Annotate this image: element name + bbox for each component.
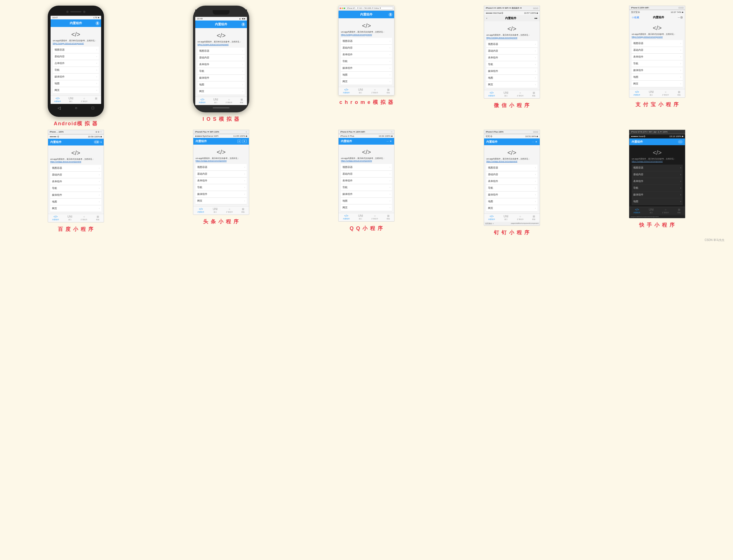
tab-item[interactable]: ⊞模板 [387,214,390,220]
tab-item[interactable]: UNI接口 [649,208,654,214]
menu-item[interactable]: 表单组件› [50,178,101,185]
tab-item[interactable]: ○扩展组件 [226,208,233,213]
tab-item[interactable]: ○扩展组件 [226,98,232,104]
alipay-icons[interactable]: ··· ⊡ [678,16,683,19]
menu-item[interactable]: 网页› [195,198,247,204]
menu-item[interactable]: 地图› [632,74,683,81]
tab-item[interactable]: </>内置组件 [197,208,204,213]
menu-item[interactable]: 导航› [197,68,245,75]
menu-item[interactable]: 基础内容› [53,53,99,60]
tab-item[interactable]: ○扩展组件 [372,214,378,220]
menu-item[interactable]: 媒体组件› [195,191,247,198]
menu-item[interactable]: 表单组件› [632,178,683,185]
menu-item[interactable]: 地图› [53,80,99,87]
menu-item[interactable]: 网页› [53,87,99,94]
tab-item[interactable]: ⊞模板 [240,98,243,104]
menu-item[interactable]: 地图› [486,75,538,81]
tab-item[interactable]: UNI接口 [213,208,217,213]
tab-item[interactable]: ○扩展组件 [372,88,378,94]
android-recent-btn[interactable]: □ [92,106,94,110]
toutiao-close-icon[interactable]: ✕ [242,140,247,143]
alipay-collect[interactable]: ☆收藏 [632,16,639,19]
tab-item[interactable]: </>内置组件 [343,214,350,220]
menu-item[interactable]: 网页› [341,78,392,85]
tab-item[interactable]: UNI接口 [504,215,508,221]
tab-item[interactable]: UNI接口 [213,98,218,104]
menu-item[interactable]: 网页› [486,81,538,88]
menu-item[interactable]: 表单组件› [486,178,538,185]
tab-item[interactable]: ⊞ [95,97,97,103]
menu-item[interactable]: 表单组件› [341,51,392,58]
menu-item[interactable]: 基础内容› [50,172,101,178]
tab-item[interactable]: </>内置组件 [634,208,640,214]
tab-item[interactable]: UNI接口 [67,215,72,221]
toutiao-menu-icon[interactable]: ≡ [237,140,241,143]
menu-item[interactable]: 地图› [632,198,683,205]
menu-item[interactable]: 视图容器› [197,48,245,54]
menu-item[interactable]: 视图容器› [632,165,683,171]
qq-close-icon[interactable]: ✕ [390,140,392,143]
tab-item[interactable]: ○扩展组件 [662,90,669,96]
tab-item[interactable]: ⊞模板 [387,88,390,94]
menu-item[interactable]: 网页› [486,205,538,212]
dingtalk-close-icon[interactable]: ✕ [535,140,538,143]
android-info-icon[interactable]: ℹ [95,21,99,25]
menu-item[interactable]: 媒体组件› [197,75,245,81]
tab-item[interactable]: ⊞模板 [532,91,536,97]
chrome-dot-yellow[interactable] [341,8,343,9]
chrome-dot-red[interactable] [340,8,341,9]
menu-item[interactable]: 基础内容› [197,54,245,61]
menu-item[interactable]: 表单组件› [632,54,683,60]
menu-item[interactable]: 媒体组件› [632,192,683,198]
tab-item[interactable]: ⊞模板 [677,208,681,214]
menu-item[interactable]: 导航› [486,185,538,192]
menu-item[interactable]: 导航› [632,60,683,67]
tab-item[interactable]: </>内置组件 [488,91,495,97]
menu-item[interactable]: 导航› [50,185,101,192]
tab-item[interactable]: </>内置组件 [488,215,495,221]
menu-item[interactable]: 媒体组件› [486,68,538,75]
menu-item[interactable]: 导航› [632,185,683,192]
tab-item[interactable]: ○扩展组件 [81,97,88,103]
chrome-info-icon[interactable]: ℹ [389,13,393,17]
tab-item[interactable]: ○扩展组件 [517,215,524,221]
menu-item[interactable]: 网页› [197,88,245,95]
menu-item[interactable]: 导航› [486,61,538,68]
menu-item[interactable]: 基础内容› [486,48,538,54]
tab-item[interactable]: </>内置组件 [634,90,640,96]
menu-item[interactable]: 基础内容› [195,171,247,177]
menu-item[interactable]: 网页› [632,81,683,87]
alipay-link[interactable]: https://uniapp.dcloud.io/component/ [632,36,663,38]
menu-item[interactable]: 基础内容› [341,171,392,177]
menu-item[interactable]: 网页› [50,205,101,212]
wechat-more-icon[interactable]: ●● [534,17,538,20]
tab-item[interactable]: UNI接口 [649,90,654,96]
wechat-back-icon[interactable]: ‹ [486,17,487,20]
baidu-toggle[interactable]: ○ ● [94,140,99,144]
tab-item[interactable]: ○扩展组件 [517,91,524,97]
qq-link[interactable]: https://uniapp.dcloud.io/component/ [341,160,372,162]
android-home-btn[interactable]: ○ [75,106,77,110]
tab-item[interactable]: ○扩展组件 [81,215,87,221]
menu-item[interactable]: 视图容器› [53,47,99,53]
menu-item[interactable]: 表单组件› [197,61,245,68]
menu-item[interactable]: 导航› [341,184,392,191]
tab-item[interactable]: ○扩展组件 [662,208,669,214]
menu-item[interactable]: 基础内容› [632,171,683,178]
kwai-link[interactable]: https://uniapp.dcloud.io/component/ [632,160,663,162]
menu-item[interactable]: 导航› [195,184,247,191]
menu-item[interactable]: 地图› [486,198,538,205]
tab-item[interactable]: ⊞模板 [96,215,99,221]
menu-item[interactable]: 导航› [341,58,392,65]
menu-item[interactable]: 视图容器› [50,165,101,172]
menu-item[interactable]: 媒体组件› [486,192,538,198]
toutiao-link[interactable]: https://uniapp.dcloud.io/component/ [195,160,227,162]
menu-item[interactable]: 表单组件› [195,177,247,184]
menu-item[interactable]: 媒体组件› [632,67,683,74]
menu-item[interactable]: 视图容器› [195,164,247,171]
menu-item[interactable]: 视图容器› [341,38,392,45]
menu-item[interactable]: 视图容器› [341,164,392,171]
dingtalk-link[interactable]: https://uniapp.dcloud.io/component/ [486,160,518,162]
tab-item[interactable]: UNI接口 [69,97,73,103]
android-back-btn[interactable]: ◁ [58,106,61,110]
